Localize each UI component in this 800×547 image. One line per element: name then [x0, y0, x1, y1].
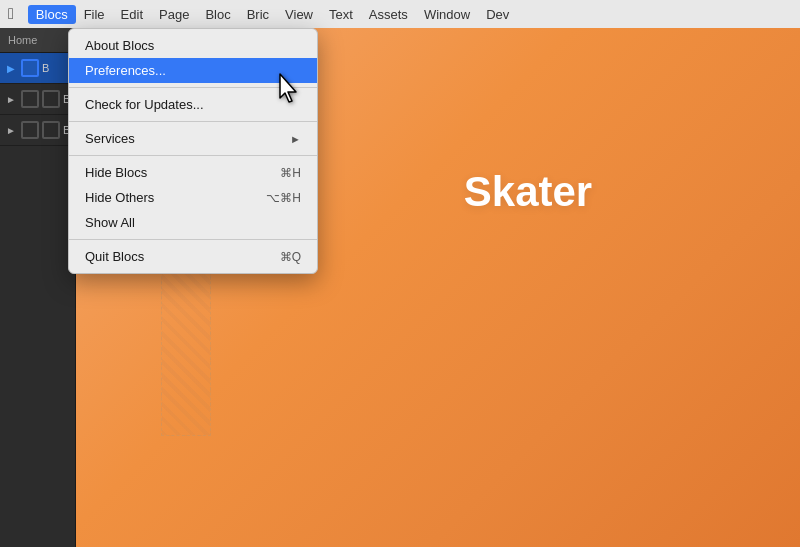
blocs-dropdown-menu: About Blocs Preferences... Check for Upd… [68, 28, 318, 274]
menubar:  Blocs File Edit Page Bloc Bric View Te… [0, 0, 800, 28]
menu-item-hide-blocs[interactable]: Hide Blocs ⌘H [69, 160, 317, 185]
sidebar-block-1 [21, 59, 39, 77]
sidebar-block-3b [42, 121, 60, 139]
menu-item-hide-others-label: Hide Others [85, 190, 154, 205]
menu-item-quit-blocs-label: Quit Blocs [85, 249, 144, 264]
sidebar-row-1-label: B [42, 62, 49, 74]
menubar-item-bric[interactable]: Bric [239, 5, 277, 24]
sidebar-block-3 [21, 121, 39, 139]
menubar-item-bloc[interactable]: Bloc [197, 5, 238, 24]
sidebar-play-icon: ▶ [4, 61, 18, 75]
menu-item-quit-blocs-shortcut: ⌘Q [280, 250, 301, 264]
row-container [161, 256, 211, 436]
canvas-title: Skater [276, 168, 780, 216]
sidebar-triangle-icon-2: ► [4, 92, 18, 106]
apple-menu-icon[interactable]:  [8, 5, 14, 23]
menubar-item-view[interactable]: View [277, 5, 321, 24]
menu-divider-2 [69, 121, 317, 122]
menu-divider-1 [69, 87, 317, 88]
sidebar: Home ▶ B ► B ► B [0, 28, 76, 547]
sidebar-block-2 [21, 90, 39, 108]
menu-item-services-label: Services [85, 131, 135, 146]
menubar-item-text[interactable]: Text [321, 5, 361, 24]
menubar-item-edit[interactable]: Edit [113, 5, 151, 24]
menu-item-services[interactable]: Services ► [69, 126, 317, 151]
menu-item-hide-blocs-label: Hide Blocs [85, 165, 147, 180]
menubar-item-dev[interactable]: Dev [478, 5, 517, 24]
sidebar-row-3[interactable]: ► B [0, 115, 75, 146]
menu-item-quit-blocs[interactable]: Quit Blocs ⌘Q [69, 244, 317, 269]
menubar-item-file[interactable]: File [76, 5, 113, 24]
menu-item-hide-others[interactable]: Hide Others ⌥⌘H [69, 185, 317, 210]
sidebar-header-label: Home [8, 34, 37, 46]
menu-divider-3 [69, 155, 317, 156]
sidebar-header: Home [0, 28, 75, 53]
menubar-item-assets[interactable]: Assets [361, 5, 416, 24]
sidebar-row-2[interactable]: ► B [0, 84, 75, 115]
services-submenu-arrow: ► [290, 133, 301, 145]
menu-item-preferences-label: Preferences... [85, 63, 166, 78]
menu-divider-4 [69, 239, 317, 240]
menubar-item-window[interactable]: Window [416, 5, 478, 24]
sidebar-block-2b [42, 90, 60, 108]
menu-item-hide-blocs-shortcut: ⌘H [280, 166, 301, 180]
menu-item-hide-others-shortcut: ⌥⌘H [266, 191, 301, 205]
sidebar-triangle-icon-3: ► [4, 123, 18, 137]
menu-item-about-label: About Blocs [85, 38, 154, 53]
sidebar-row-1[interactable]: ▶ B [0, 53, 75, 84]
menu-item-show-all-label: Show All [85, 215, 135, 230]
menu-item-preferences[interactable]: Preferences... [69, 58, 317, 83]
menubar-item-blocs[interactable]: Blocs [28, 5, 76, 24]
menu-item-about[interactable]: About Blocs [69, 33, 317, 58]
menu-item-show-all[interactable]: Show All [69, 210, 317, 235]
menu-item-check-updates[interactable]: Check for Updates... [69, 92, 317, 117]
menubar-item-page[interactable]: Page [151, 5, 197, 24]
menu-item-check-updates-label: Check for Updates... [85, 97, 204, 112]
